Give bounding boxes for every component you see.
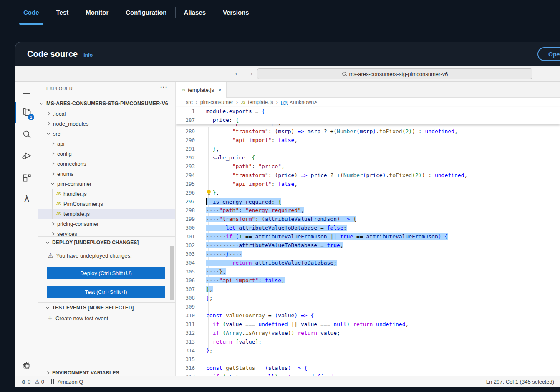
- tree-item-pimconsumer.js[interactable]: JSPimConsumer.js: [38, 199, 175, 209]
- explorer-actions-icon[interactable]: ···: [160, 83, 168, 91]
- forward-arrow-icon[interactable]: →: [247, 69, 254, 77]
- tree-item-services[interactable]: services: [38, 229, 175, 239]
- breadcrumb-pim-consumer[interactable]: pim-consumer: [200, 99, 233, 105]
- open-button[interactable]: Ope: [537, 47, 560, 61]
- tab-test[interactable]: Test: [48, 0, 77, 25]
- code-line-317[interactable]: 317 if (status === null) return undefine…: [176, 372, 560, 376]
- aws-lambda-icon[interactable]: λ: [15, 190, 38, 208]
- symbol-object-icon: [@]: [281, 100, 288, 105]
- tree-item-connections[interactable]: connections: [38, 159, 175, 169]
- tree-item-.local[interactable]: .local: [38, 109, 175, 119]
- sidebar-scrollbar[interactable]: [170, 246, 174, 300]
- code-line-290[interactable]: 290 "api_import": false,: [176, 136, 560, 144]
- deploy-button[interactable]: Deploy (Ctrl+Shift+U): [47, 267, 165, 279]
- line-number: 300: [176, 225, 195, 231]
- extensions-icon[interactable]: [15, 169, 38, 187]
- lightbulb-icon[interactable]: [207, 190, 212, 195]
- code-line-300[interactable]: 300······let attributeValueToDatabase = …: [176, 223, 560, 232]
- close-icon[interactable]: ×: [218, 87, 222, 93]
- code-line-315[interactable]: 315: [176, 355, 560, 364]
- code-line-295[interactable]: 295 "api_import": false,: [176, 180, 560, 188]
- search-sidebar-icon[interactable]: [15, 125, 38, 143]
- line-content: price: {: [206, 117, 239, 123]
- code-line-304[interactable]: 304········return attributeValueToDataba…: [176, 258, 560, 267]
- problems-indicator[interactable]: ⊗ 0 ⚠ 0: [21, 379, 44, 385]
- code-line-312[interactable]: 312 if (Array.isArray(value)) return val…: [176, 329, 560, 337]
- code-area[interactable]: 288 "path": "msrp", 289 "transform": (ms…: [176, 107, 560, 376]
- tree-item-api[interactable]: api: [38, 139, 175, 149]
- function-search-input[interactable]: ms-ares-consumers-stg-pimconsumer-v6: [257, 68, 532, 79]
- cursor-position[interactable]: Ln 297, Col 1 (345 selected): [486, 379, 554, 385]
- tree-item-node_modules[interactable]: node_modules: [38, 119, 175, 129]
- divider: [38, 302, 175, 303]
- create-test-event[interactable]: + Create new test event: [48, 314, 108, 322]
- tab-monitor[interactable]: Monitor: [77, 0, 117, 25]
- code-line-1[interactable]: 1module.exports = {: [176, 107, 560, 116]
- run-debug-icon[interactable]: [15, 147, 38, 165]
- code-source-header: Code source Info Ope: [15, 42, 560, 66]
- tree-item-label: template.js: [63, 211, 90, 217]
- line-number: 1: [176, 108, 195, 114]
- line-content: };: [206, 295, 213, 301]
- tree-indent-guide: [52, 189, 53, 219]
- deploy-section-header[interactable]: DEPLOY [UNDEPLOYED CHANGES]: [46, 240, 139, 245]
- function-tab-bar: CodeTestMonitorConfigurationAliasesVersi…: [0, 0, 560, 25]
- tab-aliases[interactable]: Aliases: [176, 0, 214, 25]
- menu-icon[interactable]: [15, 84, 38, 102]
- tab-code[interactable]: Code: [15, 0, 48, 25]
- chevron-right-icon: [51, 172, 54, 175]
- code-line-311[interactable]: 311 if (value === undefined || value ===…: [176, 320, 560, 329]
- code-line-306[interactable]: 306····"api_import": false,: [176, 276, 560, 285]
- breadcrumb-src[interactable]: src: [186, 99, 193, 105]
- code-line-292[interactable]: 292 sale_price: {: [176, 153, 560, 162]
- code-line-291[interactable]: 291 },: [176, 144, 560, 153]
- tree-item-template.js[interactable]: JStemplate.js: [38, 209, 175, 219]
- tree-item-pricing-consumer[interactable]: pricing-consumer: [38, 219, 175, 229]
- breadcrumb-template-js[interactable]: template.js: [248, 99, 273, 105]
- code-line-303[interactable]: 303······}····: [176, 250, 560, 258]
- code-line-302[interactable]: 302··········attributeValueToDatabase = …: [176, 241, 560, 250]
- line-content: return [value];: [206, 339, 262, 345]
- tree-item-handler.js[interactable]: JShandler.js: [38, 189, 175, 199]
- chevron-right-icon: [47, 112, 50, 115]
- test-events-section-header[interactable]: TEST EVENTS [NONE SELECTED]: [46, 305, 134, 311]
- line-number: 312: [176, 330, 195, 336]
- code-line-308[interactable]: 308};: [176, 293, 560, 302]
- info-link[interactable]: Info: [83, 52, 93, 58]
- line-content: const getStatus = (status) => {: [206, 365, 308, 371]
- settings-gear-icon[interactable]: [15, 357, 38, 375]
- code-line-293[interactable]: 293 "path": "price",: [176, 162, 560, 171]
- code-line-309[interactable]: 309: [176, 302, 560, 311]
- code-line-299[interactable]: 299····"transform": (attributeValueFromJ…: [176, 215, 560, 223]
- line-content: "path": "price",: [206, 163, 285, 169]
- code-line-289[interactable]: 289 "transform": (msrp) => msrp ? +(Numb…: [176, 127, 560, 136]
- code-line-310[interactable]: 310const valueToArray = (value) => {: [176, 311, 560, 320]
- tab-template-js[interactable]: JS template.js ×: [176, 82, 227, 98]
- tab-configuration[interactable]: Configuration: [117, 0, 175, 25]
- amazon-q-indicator[interactable]: Amazon Q: [51, 379, 83, 385]
- code-line-316[interactable]: 316const getStatus = (status) => {: [176, 364, 560, 372]
- code-line-298[interactable]: 298····"path": "energy_required",: [176, 206, 560, 215]
- line-number: 291: [176, 146, 195, 152]
- code-line-296[interactable]: 296 },: [176, 188, 560, 197]
- tree-item-config[interactable]: config: [38, 149, 175, 159]
- code-line-314[interactable]: 314};: [176, 346, 560, 355]
- tree-item-pim-consumer[interactable]: pim-consumer: [38, 179, 175, 189]
- back-arrow-icon[interactable]: ←: [234, 69, 241, 77]
- test-button[interactable]: Test (Ctrl+Shift+I): [47, 286, 165, 298]
- tree-item-ms-ares-consumers-stg-pimconsumer-v6[interactable]: MS-ARES-CONSUMERS-STG-PIMCONSUMER-V6: [38, 99, 175, 109]
- code-line-294[interactable]: 294 "transform": (price) => price ? +(Nu…: [176, 171, 560, 180]
- explorer-icon[interactable]: 1: [15, 102, 38, 123]
- code-line-305[interactable]: 305····},: [176, 267, 560, 276]
- tree-item-src[interactable]: src: [38, 129, 175, 139]
- code-line-301[interactable]: 301······if (1 == attributeValueFromJson…: [176, 232, 560, 241]
- environment-variables-header[interactable]: ENVIRONMENT VARIABLES: [46, 370, 119, 376]
- tab-versions[interactable]: Versions: [214, 0, 257, 25]
- code-line-313[interactable]: 313 return [value];: [176, 337, 560, 346]
- tree-item-enums[interactable]: enums: [38, 169, 175, 179]
- code-line-297[interactable]: 297··is_energy_required: {: [176, 197, 560, 206]
- code-line-287[interactable]: 287 price: {: [176, 116, 560, 124]
- line-number: 299: [176, 216, 195, 222]
- code-line-307[interactable]: 307},: [176, 285, 560, 293]
- breadcrumb-symbol[interactable]: <unknown>: [290, 99, 317, 105]
